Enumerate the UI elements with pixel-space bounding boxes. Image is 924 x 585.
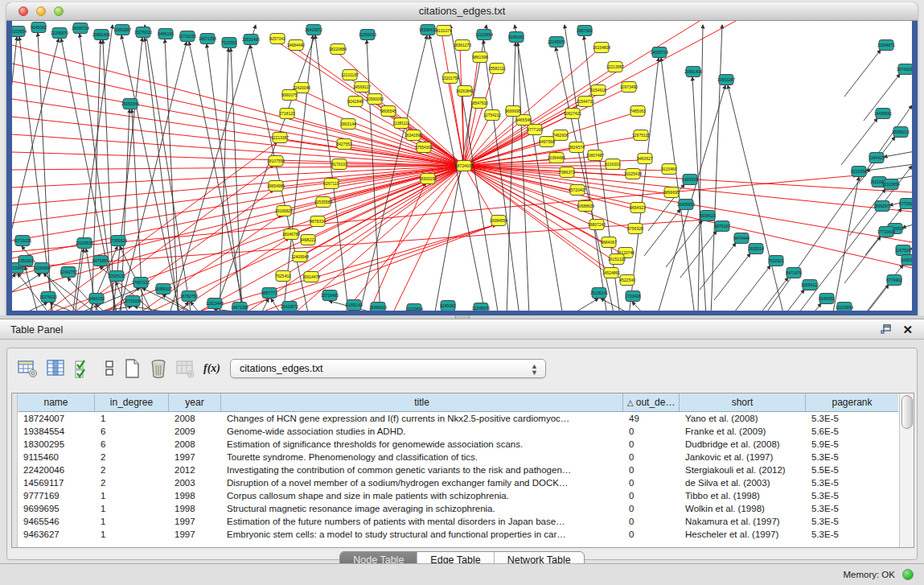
graph-node[interactable]: 11156869 (33, 263, 51, 274)
graph-node[interactable]: 9245082 (31, 23, 47, 33)
table-row[interactable]: 1830029562008Estimation of significance … (18, 438, 898, 451)
graph-node[interactable]: 12535589 (314, 197, 332, 208)
graph-node[interactable]: 11059163 (345, 300, 363, 311)
graph-node[interactable]: 15716485 (321, 290, 339, 301)
graph-node[interactable]: 24055724 (72, 23, 89, 34)
graph-node[interactable]: 9154616 (590, 85, 606, 96)
graph-node[interactable]: 8878334 (310, 216, 326, 227)
graph-node[interactable]: 9257043 (269, 34, 285, 44)
graph-node[interactable]: 15276020 (39, 292, 57, 303)
graph-node[interactable]: 7462606 (552, 130, 569, 141)
graph-node[interactable]: 16782759 (180, 291, 198, 302)
graph-node[interactable]: 12975115 (632, 130, 650, 141)
graph-node[interactable]: 19743093 (897, 64, 912, 75)
graph-node[interactable]: 22245970 (472, 303, 490, 311)
graph-node[interactable]: 8215958 (851, 167, 867, 177)
graph-node[interactable]: 9699695 (505, 106, 521, 117)
graph-node[interactable]: 10688609 (577, 201, 594, 212)
graph-node[interactable]: 8471676 (786, 268, 802, 278)
add-column-icon[interactable] (45, 358, 66, 379)
graph-node[interactable]: 12103654 (882, 179, 900, 190)
graph-node[interactable]: 14569117 (353, 82, 371, 93)
graph-node[interactable]: 7986372 (559, 167, 575, 178)
graph-node[interactable]: 6879197 (714, 221, 730, 232)
new-file-icon[interactable] (121, 358, 142, 379)
graph-node[interactable]: 8427552 (336, 139, 352, 150)
graph-node[interactable]: 11381111 (393, 118, 410, 129)
graph-node[interactable]: 18395410 (369, 303, 387, 311)
table-row[interactable]: 946362711997Embryonic stem cells: a mode… (18, 528, 898, 541)
graph-node[interactable]: 2935514 (748, 244, 764, 254)
column-header-out-degree[interactable]: △out_de… (623, 393, 680, 411)
column-header-pagerank[interactable]: pagerank (806, 393, 898, 411)
table-select-dropdown[interactable]: citations_edges.txt ▲▼ (230, 359, 546, 378)
graph-node[interactable]: 9463627 (637, 154, 653, 164)
graph-node[interactable]: 10719155 (124, 296, 142, 307)
graph-node[interactable]: 7632621 (768, 256, 784, 266)
graph-node[interactable]: 15958212 (892, 127, 910, 138)
table-scrollbar[interactable] (899, 393, 914, 547)
graph-node[interactable]: 3824574 (569, 142, 585, 153)
window-title-bar[interactable]: citations_edges.txt (6, 2, 918, 21)
graph-node[interactable]: 12103654 (12, 27, 27, 37)
graph-node[interactable]: 11544731 (577, 97, 594, 107)
graph-node[interactable]: 15582111 (488, 64, 506, 74)
graph-node[interactable]: 18220884 (329, 44, 347, 55)
graph-node[interactable]: 14671358 (231, 303, 248, 311)
graph-node[interactable]: 9474444 (733, 233, 749, 244)
graph-node[interactable]: 1733426 (625, 291, 641, 302)
graph-node[interactable]: 12505135 (108, 271, 125, 282)
graph-node[interactable]: 12101187 (341, 70, 359, 80)
float-panel-icon[interactable] (881, 324, 892, 335)
graph-node[interactable]: 16151320 (608, 254, 626, 265)
graph-node[interactable]: 20891406 (684, 67, 702, 77)
table-settings-icon[interactable] (17, 358, 38, 379)
graph-node[interactable]: 18395410 (419, 25, 437, 35)
network-canvas[interactable]: 1872400716154808122139671097349374850631… (12, 21, 912, 311)
graph-node[interactable]: 5938923 (700, 211, 716, 221)
citation-network-graph[interactable]: 1872400716154808122139671097349374850631… (12, 21, 912, 311)
graph-node[interactable]: 18807243 (588, 220, 606, 230)
graph-node[interactable]: 10807487 (586, 150, 604, 161)
graph-node[interactable]: 26419572 (281, 302, 298, 311)
close-panel-icon[interactable]: ✕ (902, 323, 913, 337)
graph-node[interactable]: 9245082 (440, 301, 456, 311)
graph-node[interactable]: 1244415 (869, 153, 885, 163)
table-row[interactable]: 946554611997Estimation of the future num… (18, 515, 898, 528)
graph-node[interactable]: 12342757 (60, 267, 77, 278)
graph-node[interactable]: 14435831 (874, 109, 892, 119)
graph-node[interactable]: 15276020 (134, 27, 152, 38)
graph-node[interactable]: 19654985 (267, 181, 285, 192)
graph-node[interactable]: 16914479 (302, 272, 320, 282)
graph-node[interactable]: 10025438 (624, 169, 642, 179)
graph-node[interactable]: 10719155 (14, 236, 31, 246)
memory-ok-indicator[interactable] (902, 569, 914, 580)
graph-node[interactable]: 9684067 (601, 237, 617, 248)
graph-node[interactable]: 9990075 (281, 90, 298, 101)
graph-node[interactable]: 13201754 (441, 73, 459, 84)
graph-node[interactable]: 17359924 (109, 236, 127, 246)
graph-node[interactable]: 17957223 (132, 278, 150, 288)
graph-node[interactable]: 20364486 (548, 153, 565, 163)
graph-node[interactable]: 19166825 (275, 206, 293, 216)
graph-node[interactable]: 18300295 (419, 174, 437, 184)
graph-node[interactable]: 6216001 (605, 159, 621, 170)
graph-node[interactable]: 12103654 (836, 303, 853, 311)
graph-node[interactable]: 9857771 (261, 288, 277, 299)
graph-node[interactable]: 15720407 (569, 185, 586, 196)
graph-node[interactable]: 18107554 (267, 156, 285, 167)
graph-node[interactable]: 10627421 (564, 109, 581, 119)
graph-node[interactable]: 14524861 (602, 268, 620, 278)
graph-node[interactable]: 24055724 (651, 47, 668, 58)
graph-node[interactable]: 17710433 (877, 227, 895, 237)
column-header-title[interactable]: title (221, 393, 623, 411)
graph-node[interactable]: 9861998 (472, 52, 488, 63)
graph-node[interactable]: 12409948 (291, 252, 309, 262)
graph-node[interactable]: 6774902 (886, 275, 902, 286)
table-row[interactable]: 969969511998Structural magnetic resonanc… (18, 502, 898, 515)
graph-node[interactable]: 10653287 (717, 75, 735, 85)
graph-node[interactable]: 9975887 (92, 256, 109, 266)
table-row[interactable]: 1872400712008Changes of HCN gene express… (18, 412, 898, 425)
graph-node[interactable]: 10719155 (179, 31, 196, 42)
graph-node[interactable]: 2887682 (577, 26, 593, 36)
